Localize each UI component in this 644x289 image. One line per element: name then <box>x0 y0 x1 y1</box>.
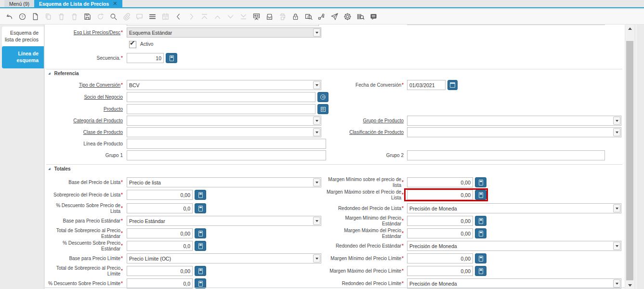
chevron-down-icon[interactable] <box>613 279 620 288</box>
esq-list-precios-value[interactable] <box>127 28 313 37</box>
descuento-estandar-input[interactable] <box>127 241 193 251</box>
producto-lookup-button[interactable] <box>317 104 329 114</box>
base-precio-lista-combobox[interactable] <box>127 177 321 187</box>
grupo-producto-zoom-link[interactable]: Grupo de Producto <box>363 118 404 124</box>
secuencia-input[interactable] <box>127 53 164 63</box>
margen-maximo-lista-calculator-button[interactable] <box>475 190 486 200</box>
chevron-down-icon[interactable] <box>313 117 320 125</box>
sidebar-item-esquema-de-lista-de-precios[interactable]: Esquema de lista de precios <box>2 26 44 46</box>
categoria-producto-zoom-link[interactable]: Categoría del Producto <box>73 118 123 124</box>
zoom-across-icon[interactable] <box>303 11 314 23</box>
sobreprecio-lista-input[interactable] <box>127 190 193 200</box>
grupo2-input[interactable] <box>407 150 605 160</box>
chevron-down-icon[interactable] <box>313 28 320 37</box>
descuento-lista-input[interactable] <box>127 203 193 213</box>
margen-minimo-lista-input[interactable] <box>407 177 473 187</box>
margen-minimo-limite-input[interactable] <box>407 253 473 263</box>
report-icon[interactable] <box>251 11 262 23</box>
sobreprecio-estandar-input[interactable] <box>127 228 193 238</box>
margen-minimo-limite-calculator-button[interactable] <box>475 253 486 263</box>
close-icon[interactable]: ✕ <box>113 1 117 6</box>
sobreprecio-limite-calculator-button[interactable] <box>195 266 206 276</box>
clasificacion-producto-combobox[interactable] <box>407 127 621 137</box>
margen-maximo-estandar-calculator-button[interactable] <box>475 228 486 238</box>
calculator-icon <box>198 192 203 198</box>
lock-icon[interactable] <box>290 11 301 23</box>
margen-maximo-limite-input[interactable] <box>407 266 473 276</box>
esq-list-precios-combobox[interactable] <box>127 27 321 38</box>
chevron-down-icon[interactable] <box>313 217 320 225</box>
field-label-margen-maximo-estandar: Margen Máximo del Precio Estándar* <box>327 228 404 238</box>
descuento-lista-calculator-button[interactable] <box>195 203 206 213</box>
clase-producto-combobox[interactable] <box>127 127 321 137</box>
workflow-icon[interactable] <box>316 11 327 23</box>
redondeo-limite-combobox[interactable] <box>407 278 621 289</box>
sobreprecio-estandar-calculator-button[interactable] <box>195 228 206 238</box>
sobreprecio-lista-calculator-button[interactable] <box>195 190 206 200</box>
clasificacion-producto-zoom-link[interactable]: Clasificación de Producto <box>349 130 404 135</box>
tipo-conversion-combobox[interactable] <box>127 80 321 90</box>
activo-checkbox[interactable] <box>129 41 136 48</box>
descuento-limite-calculator-button[interactable] <box>195 278 206 289</box>
chevron-down-icon[interactable] <box>313 81 320 89</box>
esq-list-precios-zoom-link[interactable]: Esq List Precios/Desc <box>74 30 120 36</box>
fecha-conversion-calendar-button[interactable] <box>447 80 458 90</box>
categoria-producto-combobox[interactable] <box>127 116 321 126</box>
chevron-down-icon[interactable] <box>313 178 320 186</box>
tab-menu[interactable]: Menú (9) <box>4 0 34 7</box>
tab-prev-icon[interactable] <box>173 11 184 23</box>
margen-maximo-estandar-input[interactable] <box>407 228 473 238</box>
chevron-down-icon[interactable] <box>313 128 320 136</box>
base-precio-limite-combobox[interactable] <box>127 253 321 263</box>
clase-producto-zoom-link[interactable]: Clase de Producto <box>83 130 123 135</box>
chevron-down-icon[interactable] <box>613 117 620 125</box>
scroll-up-icon[interactable] <box>625 25 635 32</box>
linea-producto-input[interactable] <box>127 139 326 149</box>
new-icon[interactable] <box>30 11 40 23</box>
socio-negocio-input[interactable] <box>127 92 315 102</box>
process-menu-icon[interactable] <box>147 11 158 23</box>
secuencia-calculator-button[interactable] <box>166 53 177 63</box>
sobreprecio-limite-input[interactable] <box>127 266 193 276</box>
help-icon[interactable]: ? <box>17 11 27 23</box>
margen-minimo-estandar-input[interactable] <box>407 216 473 226</box>
sidebar-item-linea-de-esquema[interactable]: Línea de esquema <box>2 46 44 68</box>
save-icon[interactable] <box>82 11 92 23</box>
producto-input[interactable] <box>127 104 315 114</box>
barcode-scan-icon[interactable] <box>355 11 366 23</box>
grupo-producto-combobox[interactable] <box>407 116 621 126</box>
socio-negocio-lookup-button[interactable] <box>317 92 329 102</box>
partial-field-left <box>127 25 319 26</box>
redondeo-lista-combobox[interactable] <box>407 203 621 213</box>
chevron-down-icon[interactable] <box>613 242 620 250</box>
fecha-conversion-input[interactable] <box>407 80 446 90</box>
descuento-estandar-calculator-button[interactable] <box>195 241 206 251</box>
collapse-section-icon[interactable]: ◢ <box>48 71 51 75</box>
archive-icon[interactable] <box>264 11 275 23</box>
margen-minimo-lista-calculator-button[interactable] <box>475 177 486 187</box>
margen-minimo-estandar-calculator-button[interactable] <box>475 216 486 226</box>
descuento-limite-input[interactable] <box>127 278 193 289</box>
margen-maximo-limite-calculator-button[interactable] <box>475 266 486 276</box>
vertical-scrollbar[interactable] <box>625 25 634 289</box>
redondeo-estandar-combobox[interactable] <box>407 241 621 251</box>
tab-esquema-lista-precios[interactable]: Esquema de Lista de Precios ✕ <box>34 0 122 7</box>
collapse-section-icon[interactable]: ◢ <box>48 167 51 170</box>
scrollbar-thumb[interactable] <box>626 41 633 280</box>
tipo-conversion-zoom-link[interactable]: Tipo de Conversión <box>79 82 120 88</box>
preferences-icon[interactable] <box>342 11 353 23</box>
postit-note-icon[interactable] <box>368 11 379 23</box>
scroll-down-icon[interactable] <box>625 281 635 289</box>
undo-icon[interactable] <box>4 11 14 23</box>
chevron-down-icon[interactable] <box>613 128 620 136</box>
base-precio-estandar-combobox[interactable] <box>127 216 321 226</box>
attachment-icon <box>121 11 131 23</box>
chevron-down-icon[interactable] <box>613 204 620 212</box>
producto-zoom-link[interactable]: Producto <box>104 106 123 112</box>
socio-negocio-zoom-link[interactable]: Socio del Negocio <box>84 94 123 100</box>
grupo1-input[interactable] <box>127 150 326 160</box>
send-mail-icon[interactable] <box>329 11 340 23</box>
find-icon[interactable] <box>108 11 118 23</box>
chevron-down-icon[interactable] <box>313 254 320 263</box>
margen-maximo-lista-input[interactable] <box>407 190 473 200</box>
